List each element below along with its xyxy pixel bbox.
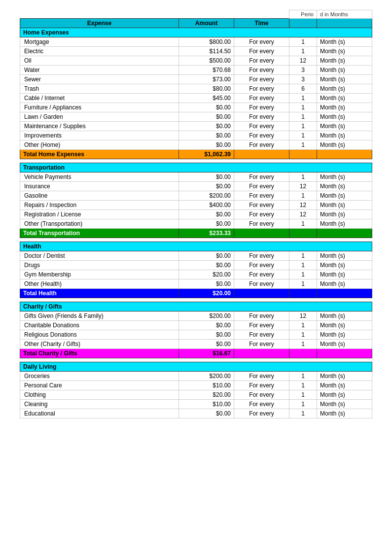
partial-header-row: Perio d in Months	[20, 10, 372, 19]
table-row: Clothing $20.00 For every 1 Month (s)	[20, 390, 372, 400]
unit-value: Month (s)	[317, 381, 372, 390]
total-label-health: Total Health	[20, 289, 179, 298]
expense-label: Furniture / Appliances	[20, 103, 179, 112]
time-value: For every	[234, 381, 289, 390]
time-value: For every	[234, 400, 289, 409]
amount-value: $0.00	[179, 321, 234, 330]
amount-value: $800.00	[179, 37, 234, 47]
period-value: 1	[289, 279, 317, 289]
time-value: For every	[234, 173, 289, 182]
unit-value: Month (s)	[317, 409, 372, 418]
section-header-daily: Daily Living	[20, 362, 372, 372]
amount-value: $20.00	[179, 270, 234, 279]
unit-value: Month (s)	[317, 340, 372, 349]
amount-value: $0.00	[179, 140, 234, 150]
unit-value: Month (s)	[317, 112, 372, 122]
unit-value: Month (s)	[317, 372, 372, 381]
period-value: 12	[289, 210, 317, 219]
expense-label: Other (Health)	[20, 279, 179, 289]
period-value: 1	[289, 400, 317, 409]
unit-value: Month (s)	[317, 56, 372, 66]
period-number-header	[289, 19, 317, 28]
period-value: 1	[289, 409, 317, 418]
expense-header: Expense	[20, 19, 179, 28]
expense-label: Insurance	[20, 182, 179, 191]
table-row: Gym Membership $20.00 For every 1 Month …	[20, 270, 372, 279]
expense-label: Educational	[20, 409, 179, 418]
expense-label: Water	[20, 66, 179, 75]
time-header: Time	[234, 19, 289, 28]
total-amount-health: $20.00	[179, 289, 234, 298]
expense-label: Drugs	[20, 261, 179, 270]
time-value: For every	[234, 390, 289, 400]
time-value: For every	[234, 140, 289, 150]
spacer	[20, 238, 372, 242]
column-header-row: Expense Amount Time	[20, 19, 372, 28]
unit-value: Month (s)	[317, 103, 372, 112]
table-row: Cleaning $10.00 For every 1 Month (s)	[20, 400, 372, 409]
section-title-transportation: Transportation	[20, 163, 372, 173]
amount-value: $0.00	[179, 340, 234, 349]
total-label-charity: Total Charity / Gifts	[20, 349, 179, 358]
unit-value: Month (s)	[317, 84, 372, 94]
time-value: For every	[234, 47, 289, 56]
unit-value: Month (s)	[317, 279, 372, 289]
unit-value: Month (s)	[317, 312, 372, 321]
expense-label: Other (Charity / Gifts)	[20, 340, 179, 349]
time-value: For every	[234, 261, 289, 270]
section-header-transportation: Transportation	[20, 163, 372, 173]
total-row-charity: Total Charity / Gifts $16.67	[20, 349, 372, 358]
table-row: Maintenance / Supplies $0.00 For every 1…	[20, 122, 372, 131]
amount-header: Amount	[179, 19, 234, 28]
expense-label: Other (Transportation)	[20, 219, 179, 229]
spacer	[20, 358, 372, 362]
table-row: Oil $500.00 For every 12 Month (s)	[20, 56, 372, 66]
time-value: For every	[234, 340, 289, 349]
amount-value: $0.00	[179, 279, 234, 289]
amount-value: $80.00	[179, 84, 234, 94]
table-row: Personal Care $10.00 For every 1 Month (…	[20, 381, 372, 390]
unit-value: Month (s)	[317, 66, 372, 75]
table-row: Mortgage $800.00 For every 1 Month (s)	[20, 37, 372, 47]
amount-value: $0.00	[179, 261, 234, 270]
period-value: 1	[289, 261, 317, 270]
time-value: For every	[234, 372, 289, 381]
amount-value: $0.00	[179, 210, 234, 219]
table-row: Insurance $0.00 For every 12 Month (s)	[20, 182, 372, 191]
amount-value: $0.00	[179, 103, 234, 112]
unit-value: Month (s)	[317, 47, 372, 56]
unit-value: Month (s)	[317, 270, 372, 279]
time-value: For every	[234, 409, 289, 418]
expense-label: Registration / License	[20, 210, 179, 219]
unit-value: Month (s)	[317, 173, 372, 182]
period-value: 1	[289, 330, 317, 340]
expense-label: Oil	[20, 56, 179, 66]
expense-label: Other (Home)	[20, 140, 179, 150]
amount-value: $0.00	[179, 112, 234, 122]
amount-value: $10.00	[179, 381, 234, 390]
expense-label: Groceries	[20, 372, 179, 381]
amount-value: $70.68	[179, 66, 234, 75]
expense-label: Mortgage	[20, 37, 179, 47]
expense-label: Personal Care	[20, 381, 179, 390]
period-value: 3	[289, 75, 317, 84]
unit-value: Month (s)	[317, 201, 372, 210]
time-value: For every	[234, 122, 289, 131]
time-value: For every	[234, 84, 289, 94]
expense-label: Electric	[20, 47, 179, 56]
amount-value: $73.00	[179, 75, 234, 84]
expense-label: Clothing	[20, 390, 179, 400]
unit-value: Month (s)	[317, 321, 372, 330]
amount-value: $0.00	[179, 330, 234, 340]
period-value: 1	[289, 103, 317, 112]
unit-value: Month (s)	[317, 75, 372, 84]
table-row: Gifts Given (Friends & Family) $200.00 F…	[20, 312, 372, 321]
time-value: For every	[234, 66, 289, 75]
period-value: 12	[289, 312, 317, 321]
period-value: 1	[289, 251, 317, 261]
period-value: 1	[289, 390, 317, 400]
table-row: Registration / License $0.00 For every 1…	[20, 210, 372, 219]
unit-value: Month (s)	[317, 219, 372, 229]
unit-value: Month (s)	[317, 330, 372, 340]
spacer	[20, 159, 372, 163]
